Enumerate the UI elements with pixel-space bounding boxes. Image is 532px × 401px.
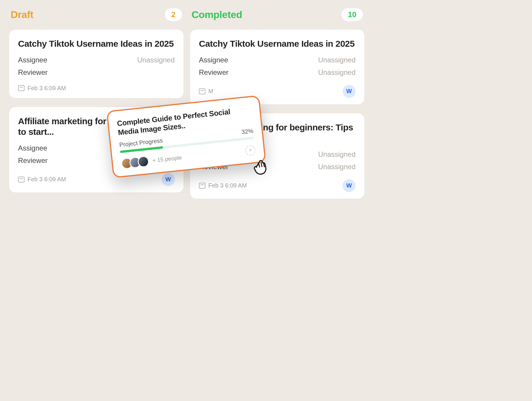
date-group: Feb 3 6:09 AM — [18, 176, 66, 183]
people-extra: + 15 people — [152, 154, 182, 164]
card-footer: Feb 3 6:09 AM W — [18, 173, 175, 186]
card-date: Feb 3 6:09 AM — [27, 176, 66, 183]
column-header-completed: Completed 10 — [190, 3, 365, 21]
assignee-row: Assignee Unassigned — [18, 56, 175, 64]
avatar[interactable]: W — [162, 173, 175, 186]
task-card[interactable]: Catchy Tiktok Username Ideas in 2025 Ass… — [190, 29, 365, 105]
people-left: + 15 people — [121, 152, 182, 169]
avatar-stack[interactable] — [121, 155, 149, 169]
column-header-draft: Draft 2 — [9, 3, 184, 21]
reviewer-value[interactable]: Unassigned — [318, 68, 356, 77]
progress-label: Project Progress — [119, 137, 163, 148]
column-title: Draft — [11, 9, 33, 20]
calendar-icon — [199, 183, 205, 189]
reviewer-label: Reviewer — [18, 156, 48, 165]
reviewer-label: Reviewer — [199, 68, 228, 77]
reviewer-row: Reviewer Unassigned — [199, 68, 356, 77]
task-card[interactable]: Catchy Tiktok Username Ideas in 2025 Ass… — [9, 29, 184, 98]
calendar-icon — [18, 85, 25, 91]
card-date: Feb 3 6:09 AM — [208, 182, 247, 189]
card-footer: M W — [199, 85, 356, 98]
assignee-value[interactable]: Unassigned — [318, 150, 356, 159]
count-badge: 10 — [341, 8, 363, 21]
calendar-icon — [18, 177, 25, 182]
assignee-value[interactable]: Unassigned — [318, 56, 356, 64]
progress-percent: 32% — [241, 127, 254, 135]
grab-cursor-icon — [251, 156, 272, 178]
assignee-label: Assignee — [199, 56, 228, 64]
reviewer-value[interactable]: Unassigned — [318, 163, 356, 171]
calendar-icon — [199, 88, 205, 94]
card-title: Catchy Tiktok Username Ideas in 2025 — [199, 38, 356, 49]
assignee-label: Assignee — [18, 144, 47, 152]
count-badge: 2 — [165, 8, 182, 21]
assignee-row: Assignee Unassigned — [199, 56, 356, 64]
assignee-label: Assignee — [18, 56, 47, 64]
card-date: M — [208, 88, 213, 95]
card-footer: Feb 3 6:09 AM — [18, 85, 175, 92]
card-title: Catchy Tiktok Username Ideas in 2025 — [18, 38, 175, 49]
column-title: Completed — [192, 9, 242, 20]
add-people-button[interactable]: + — [245, 145, 256, 156]
card-date: Feb 3 6:09 AM — [27, 85, 66, 92]
date-group: Feb 3 6:09 AM — [199, 182, 247, 189]
date-group: M — [199, 88, 213, 95]
avatar[interactable]: W — [343, 179, 356, 192]
assignee-value[interactable]: Unassigned — [137, 56, 175, 64]
reviewer-row: Reviewer — [18, 68, 175, 77]
avatar[interactable]: W — [343, 85, 356, 98]
date-group: Feb 3 6:09 AM — [18, 85, 66, 92]
card-footer: Feb 3 6:09 AM W — [199, 179, 356, 192]
reviewer-label: Reviewer — [18, 68, 48, 77]
